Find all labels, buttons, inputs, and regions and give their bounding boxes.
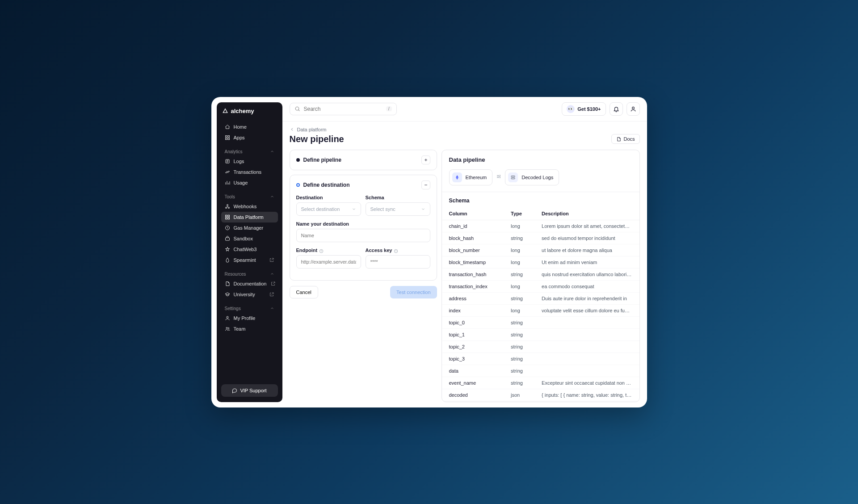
arrow-left-icon — [290, 127, 294, 132]
page-title: New pipeline — [290, 134, 344, 144]
destination-select[interactable]: Select destination — [296, 202, 361, 216]
table-cell: topic_3 — [442, 353, 504, 365]
get-credits-button[interactable]: 👀 Get $100+ — [562, 102, 606, 116]
schema-label: Schema — [366, 195, 430, 200]
table-row: transaction_hashstringquis nostrud exerc… — [442, 268, 639, 280]
table-cell: string — [504, 377, 534, 389]
table-cell: ea commodo consequat — [534, 280, 639, 292]
breadcrumb[interactable]: Data platform — [290, 127, 640, 132]
bell-icon — [613, 106, 619, 112]
sidebar-item-usage[interactable]: Usage — [221, 177, 278, 188]
sidebar: alchemy Home Apps Analytics Logs Transac… — [217, 102, 282, 402]
table-cell: block_number — [442, 244, 504, 256]
ethereum-icon — [452, 172, 462, 182]
sidebar-item-data-platform[interactable]: Data Platform — [221, 212, 278, 223]
account-button[interactable] — [627, 102, 640, 116]
sidebar-item-my-profile[interactable]: My Profile — [221, 313, 278, 323]
sidebar-item-university[interactable]: University — [221, 289, 278, 300]
step-title: Define destination — [303, 182, 350, 188]
table-cell: topic_1 — [442, 328, 504, 340]
table-row: event_namestringExcepteur sint occaecat … — [442, 377, 639, 389]
pipeline-chips: Ethereum Decoded Logs — [442, 169, 639, 192]
table-cell: sed do eiusmod tempor incididunt — [534, 232, 639, 244]
brand-name: alchemy — [231, 108, 254, 114]
dataset-chip[interactable]: Decoded Logs — [505, 169, 559, 185]
external-link-icon — [269, 257, 274, 263]
table-cell: transaction_hash — [442, 268, 504, 280]
chevron-up-icon — [270, 306, 274, 311]
svg-rect-2 — [225, 138, 227, 140]
table-cell: json — [504, 389, 534, 401]
table-cell: string — [504, 365, 534, 377]
table-cell — [534, 365, 639, 377]
step-define-pipeline: Define pipeline — [290, 150, 437, 170]
table-cell: string — [504, 316, 534, 328]
expand-button[interactable] — [421, 155, 430, 164]
vip-support-button[interactable]: VIP Support — [221, 384, 278, 397]
search-icon — [294, 106, 300, 112]
sidebar-item-chatweb3[interactable]: ChatWeb3 — [221, 244, 278, 255]
cancel-button[interactable]: Cancel — [290, 286, 318, 298]
col-header-description: Description — [534, 207, 639, 220]
table-row: block_numberlongut labore et dolore magn… — [442, 244, 639, 256]
table-cell: voluptate velit esse cillum dolore eu fu… — [534, 304, 639, 316]
network-chip[interactable]: Ethereum — [449, 169, 493, 185]
table-cell — [534, 340, 639, 353]
name-input[interactable] — [296, 229, 430, 242]
table-cell: Lorem ipsum dolor sit amet, consectetur … — [534, 220, 639, 232]
table-cell: string — [504, 292, 534, 304]
topbar: / 👀 Get $100+ — [282, 97, 647, 122]
chevron-up-icon — [270, 272, 274, 276]
sidebar-item-sandbox[interactable]: Sandbox — [221, 233, 278, 244]
endpoint-input[interactable] — [296, 255, 361, 269]
destination-label: Destination — [296, 195, 361, 200]
sidebar-item-home[interactable]: Home — [221, 122, 278, 132]
table-cell: string — [504, 353, 534, 365]
sidebar-item-apps[interactable]: Apps — [221, 132, 278, 143]
docs-button[interactable]: Docs — [611, 134, 639, 144]
table-cell: data — [442, 365, 504, 377]
table-row: addressstringDuis aute irure dolor in re… — [442, 292, 639, 304]
sidebar-item-documentation[interactable]: Documentation — [221, 278, 278, 289]
sidebar-section-analytics[interactable]: Analytics — [221, 146, 278, 156]
sidebar-item-spearmint[interactable]: Spearmint — [221, 255, 278, 265]
svg-point-16 — [228, 328, 229, 329]
help-icon[interactable] — [319, 249, 324, 253]
sidebar-item-webhooks[interactable]: Webhooks — [221, 201, 278, 212]
chevron-up-icon — [270, 149, 274, 154]
dataset-icon — [508, 172, 518, 182]
table-cell: long — [504, 256, 534, 268]
collapse-button[interactable] — [421, 181, 430, 189]
sidebar-item-gas-manager[interactable]: Gas Manager — [221, 223, 278, 233]
sidebar-section-settings[interactable]: Settings — [221, 302, 278, 313]
schema-select[interactable]: Select sync — [366, 202, 430, 216]
sidebar-section-resources[interactable]: Resources — [221, 268, 278, 278]
svg-rect-10 — [225, 218, 227, 219]
svg-rect-9 — [228, 215, 230, 217]
sidebar-item-team[interactable]: Team — [221, 323, 278, 334]
search-box[interactable]: / — [290, 103, 397, 115]
schema-table[interactable]: Column Type Description chain_idlongLore… — [442, 207, 639, 402]
table-cell: Ut enim ad minim veniam — [534, 256, 639, 268]
gas-manager-icon — [225, 225, 230, 231]
table-cell — [534, 353, 639, 365]
right-column: Data pipeline Ethereum — [442, 150, 640, 402]
preview-title: Data pipeline — [442, 150, 639, 169]
table-row: decodedjson{ inputs: [ { name: string, v… — [442, 389, 639, 401]
documentation-icon — [225, 281, 230, 286]
sidebar-section-tools[interactable]: Tools — [221, 191, 278, 201]
minus-icon — [424, 183, 428, 187]
sidebar-item-logs[interactable]: Logs — [221, 156, 278, 167]
table-cell: topic_2 — [442, 340, 504, 353]
col-header-type: Type — [504, 207, 534, 220]
notifications-button[interactable] — [610, 102, 623, 116]
test-connection-button[interactable]: Test connection — [390, 286, 437, 298]
sidebar-item-transactions[interactable]: Transactions — [221, 167, 278, 177]
search-shortcut: / — [386, 106, 392, 111]
flow-arrow-icon — [496, 174, 501, 181]
search-input[interactable] — [304, 106, 383, 112]
svg-rect-21 — [511, 176, 515, 177]
help-icon[interactable] — [394, 249, 398, 253]
preview-panel: Data pipeline Ethereum — [442, 150, 640, 402]
accesskey-input[interactable] — [366, 255, 430, 269]
